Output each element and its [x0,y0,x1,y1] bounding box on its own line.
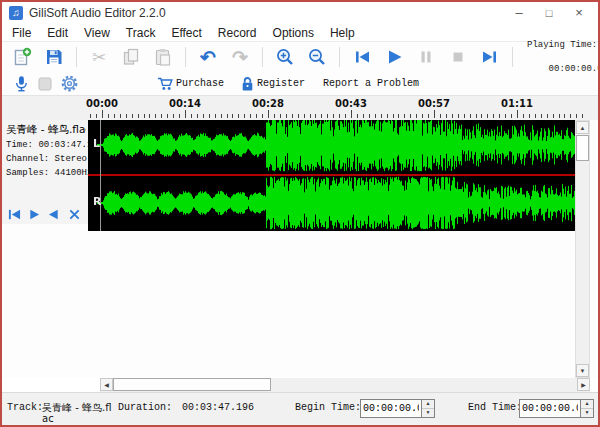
scroll-down-button[interactable]: ▼ [576,364,589,377]
skip-end-icon [480,47,500,67]
track-play-button[interactable] [24,206,44,223]
end-time-down-button[interactable]: ▼ [581,409,593,417]
paste-icon [153,47,173,67]
track-rewind-button[interactable] [44,206,64,223]
ruler-minor-tick [221,114,222,118]
play-icon [384,47,404,67]
purchase-link[interactable]: Purchase [157,76,224,91]
toolbar-separator [339,47,340,67]
ruler-minor-tick [493,114,494,118]
menu-item-view[interactable]: View [76,26,118,40]
settings-button[interactable] [57,74,81,94]
ruler-minor-tick [375,114,376,118]
begin-time-input[interactable] [360,399,422,418]
maximize-button[interactable]: □ [534,2,564,24]
status-track-label: Track: [7,402,43,413]
ruler-label: 00:00 [86,98,118,109]
new-file-button[interactable] [6,45,38,69]
ruler-minor-tick [440,114,441,118]
ruler-minor-tick [559,114,560,118]
vertical-scroll-thumb[interactable] [576,135,589,161]
menu-item-file[interactable]: File [4,26,39,40]
track-skip-start-button[interactable] [4,206,24,223]
scroll-right-button[interactable]: ▶ [577,378,590,391]
ruler-minor-tick [262,114,263,118]
record-button[interactable] [9,74,33,94]
horizontal-scrollbar[interactable]: ◀ ▶ [100,378,590,392]
ruler-minor-tick [422,114,423,118]
scroll-left-button[interactable]: ◀ [100,378,113,391]
end-time-up-button[interactable]: ▲ [581,400,593,409]
begin-time-up-button[interactable]: ▲ [422,400,434,409]
menu-item-options[interactable]: Options [265,26,322,40]
menu-item-track[interactable]: Track [118,26,164,40]
ruler-minor-tick [209,114,210,118]
pause-button[interactable] [410,45,442,69]
menu-item-record[interactable]: Record [210,26,265,40]
ruler-major-tick [351,110,352,118]
playing-time: Playing Time: 00:00:00.000 [527,39,600,75]
end-time-input[interactable] [519,399,581,418]
horizontal-scroll-thumb[interactable] [113,378,271,391]
minimize-button[interactable]: – [504,2,534,24]
zoom-in-icon [275,47,295,67]
undo-button[interactable]: ↶ [192,45,224,69]
ruler-minor-tick [333,114,334,118]
ruler-major-tick [434,110,435,118]
ruler-minor-tick [470,114,471,118]
save-button[interactable] [38,45,70,69]
ruler-minor-tick [274,114,275,118]
ruler-label: 00:14 [169,98,201,109]
app-icon: ♫ [9,6,23,20]
zoom-out-button[interactable] [301,45,333,69]
redo-button[interactable]: ↷ [224,45,256,69]
report-problem-link[interactable]: Report a Problem [321,78,419,89]
ruler-minor-tick [90,114,91,118]
ruler-minor-tick [108,114,109,118]
zoom-in-button[interactable] [269,45,301,69]
menu-item-edit[interactable]: Edit [39,26,76,40]
cut-button[interactable]: ✂ [83,45,115,69]
paste-button[interactable] [147,45,179,69]
ruler-minor-tick [179,114,180,118]
ruler-minor-tick [238,114,239,118]
purchase-label: Purchase [176,78,224,89]
play-button[interactable] [378,45,410,69]
skip-start-button[interactable] [346,45,378,69]
vertical-scrollbar[interactable]: ▲ ▼ [575,120,590,378]
playhead-cursor[interactable] [100,120,101,231]
ruler-minor-tick [511,114,512,118]
stop-record-button[interactable] [33,74,57,94]
timeline-ruler[interactable]: 00:0000:1400:2800:4300:5701:11 [2,95,598,120]
microphone-icon [12,74,30,93]
ruler-minor-tick [114,114,115,118]
ruler-major-tick [102,110,103,118]
track-skip-start-icon [7,208,22,221]
register-link[interactable]: Register [240,76,305,92]
stop-button[interactable] [442,45,474,69]
undo-icon: ↶ [200,48,216,67]
ruler-minor-tick [298,114,299,118]
begin-time-down-button[interactable]: ▼ [422,409,434,417]
end-time-spinner: ▲ ▼ [581,399,594,418]
ruler-minor-tick [363,114,364,118]
save-icon [44,47,64,67]
track-close-button[interactable] [64,206,84,223]
status-bar: Track: 吴青峰 - 蜂鸟.flac Duration: 00:03:47.… [2,392,598,426]
menu-item-help[interactable]: Help [322,26,363,40]
begin-time-spinner: ▲ ▼ [422,399,435,418]
ruler-minor-tick [398,114,399,118]
ruler-minor-tick [393,114,394,118]
ruler-minor-tick [292,114,293,118]
menu-item-effect[interactable]: Effect [163,26,209,40]
ruler-minor-tick [244,114,245,118]
skip-end-button[interactable] [474,45,506,69]
ruler-minor-tick [541,114,542,118]
ruler-minor-tick [310,114,311,118]
scroll-up-button[interactable]: ▲ [576,121,589,134]
close-button[interactable]: × [564,2,594,24]
ruler-minor-tick [286,114,287,118]
track-mini-controls [4,206,84,223]
ruler-minor-tick [339,114,340,118]
copy-button[interactable] [115,45,147,69]
